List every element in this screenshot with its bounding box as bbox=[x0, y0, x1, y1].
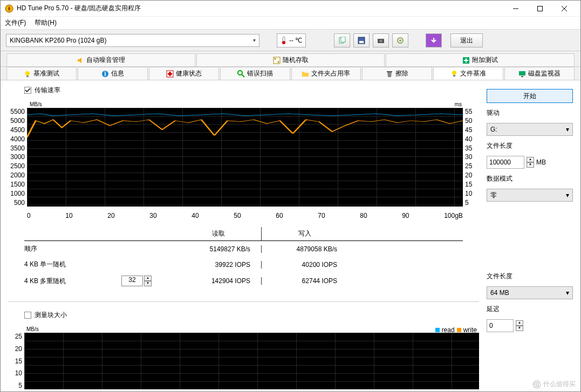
settings-button[interactable] bbox=[392, 33, 408, 47]
svg-rect-8 bbox=[341, 37, 345, 42]
table-row: 4 KB 单一随机 39922 IOPS 40200 IOPS bbox=[24, 257, 463, 272]
svg-rect-26 bbox=[387, 71, 392, 72]
drive-select-value: KINGBANK KP260 Pro (1024 gB) bbox=[10, 37, 106, 44]
filelen-input[interactable]: 100000 bbox=[487, 156, 524, 169]
window-title: HD Tune Pro 5.70 - 硬盘/固态硬盘实用程序 bbox=[17, 4, 503, 13]
tabs-lower: 基准测试 i信息 健康状态 错误扫描 文件夹占用率 擦除 文件基准 磁盘监视器 bbox=[1, 67, 580, 80]
minimize-button[interactable] bbox=[503, 1, 528, 16]
copy-button[interactable] bbox=[334, 33, 350, 47]
delay-input[interactable]: 0 bbox=[487, 319, 514, 332]
checkbox-checked-icon bbox=[24, 87, 31, 94]
tab-file-benchmark[interactable]: 文件基准 bbox=[433, 67, 503, 80]
spinner-up[interactable]: ▲ bbox=[144, 276, 152, 281]
health-icon bbox=[166, 70, 174, 78]
menu-file[interactable]: 文件(F) bbox=[5, 18, 26, 27]
svg-point-12 bbox=[380, 39, 382, 42]
content: 传输速率 MB/s ms 550050004500400035003000250… bbox=[1, 80, 580, 392]
camera-icon bbox=[377, 37, 385, 44]
y-axis-left: 5500500045004000350030002500200015001000… bbox=[8, 101, 27, 207]
tab-health[interactable]: 健康状态 bbox=[149, 67, 219, 80]
bulb-icon bbox=[450, 70, 458, 77]
transfer-rate-checkbox[interactable]: 传输速率 bbox=[24, 86, 479, 95]
tabs-upper: 自动噪音管理 随机存取 附加测试 bbox=[1, 51, 580, 67]
save-icon bbox=[358, 37, 365, 44]
menubar: 文件(F) 帮助(H) bbox=[1, 17, 580, 30]
spinner-down[interactable]: ▼ bbox=[144, 281, 152, 286]
start-button[interactable]: 开始 bbox=[487, 89, 573, 103]
svg-point-27 bbox=[452, 71, 456, 75]
filelen2-select[interactable]: 64 MB ▾ bbox=[487, 286, 573, 299]
svg-rect-15 bbox=[274, 57, 280, 64]
tab-disk-monitor[interactable]: 磁盘监视器 bbox=[504, 67, 575, 80]
filelen-label: 文件长度 bbox=[487, 141, 573, 150]
chart2-yaxis: 252015105 bbox=[8, 326, 24, 389]
tab-random-access[interactable]: 随机存取 bbox=[196, 53, 385, 66]
speaker-icon bbox=[77, 57, 84, 64]
tab-info[interactable]: i信息 bbox=[78, 67, 148, 80]
download-icon bbox=[430, 37, 438, 44]
tab-noise-management[interactable]: 自动噪音管理 bbox=[6, 53, 195, 66]
checkbox-unchecked-icon bbox=[24, 312, 31, 319]
drive-select[interactable]: KINGBANK KP260 Pro (1024 gB) ▾ bbox=[6, 34, 259, 47]
app-icon bbox=[5, 4, 13, 13]
svg-text:i: i bbox=[104, 70, 106, 78]
folder-icon bbox=[302, 70, 309, 78]
svg-rect-2 bbox=[537, 6, 542, 11]
titlebar: HD Tune Pro 5.70 - 硬盘/固态硬盘实用程序 bbox=[1, 1, 580, 17]
spinner-up[interactable]: ▲ bbox=[527, 157, 534, 162]
tab-error-scan[interactable]: 错误扫描 bbox=[220, 67, 290, 80]
table-row: 顺序 5149827 KB/s 4879058 KB/s bbox=[24, 241, 463, 257]
filelen2-label: 文件长度 bbox=[487, 272, 573, 281]
trash-icon bbox=[386, 70, 393, 78]
tab-benchmark[interactable]: 基准测试 bbox=[6, 67, 77, 80]
chart2-plot bbox=[24, 326, 479, 389]
blocksize-checkbox[interactable]: 测量块大小 bbox=[24, 311, 479, 320]
datamode-select[interactable]: 零 ▾ bbox=[487, 189, 573, 202]
svg-rect-29 bbox=[519, 71, 525, 75]
svg-rect-10 bbox=[359, 41, 364, 43]
x-axis: 0102030405060708090100gB bbox=[27, 212, 463, 219]
tab-erase[interactable]: 擦除 bbox=[362, 67, 432, 80]
queue-depth-input[interactable]: 32 bbox=[121, 276, 143, 286]
download-button[interactable] bbox=[426, 33, 442, 47]
bulb-icon bbox=[24, 70, 31, 78]
monitor-icon bbox=[518, 70, 526, 78]
svg-point-6 bbox=[282, 41, 285, 44]
spinner-up[interactable]: ▲ bbox=[516, 320, 523, 326]
spinner-down[interactable]: ▼ bbox=[516, 326, 523, 331]
svg-rect-28 bbox=[453, 75, 455, 77]
watermark: 值 什么值得买 bbox=[532, 380, 576, 389]
blocksize-chart: MB/s read write 252015105 bbox=[8, 326, 479, 389]
exit-button[interactable]: 退出 bbox=[450, 33, 483, 47]
chevron-down-icon: ▾ bbox=[566, 289, 569, 297]
watermark-icon: 值 bbox=[532, 380, 541, 389]
thermometer-icon bbox=[281, 36, 287, 45]
svg-rect-30 bbox=[521, 76, 523, 77]
results-table: 读取 写入 顺序 5149827 KB/s 4879058 KB/s 4 KB … bbox=[24, 227, 463, 290]
datamode-label: 数据模式 bbox=[487, 174, 573, 183]
spinner-down[interactable]: ▼ bbox=[527, 162, 534, 168]
y-axis-right: 555045403530252015105 bbox=[463, 101, 479, 207]
left-panel: 传输速率 MB/s ms 550050004500400035003000250… bbox=[8, 86, 479, 389]
maximize-button[interactable] bbox=[528, 1, 552, 16]
plus-icon bbox=[462, 57, 470, 64]
svg-point-17 bbox=[277, 61, 279, 63]
screenshot-button[interactable] bbox=[373, 33, 389, 47]
col-read: 读取 bbox=[175, 227, 262, 240]
dice-icon bbox=[273, 57, 281, 64]
svg-rect-32 bbox=[25, 312, 31, 319]
close-button[interactable] bbox=[552, 1, 576, 16]
save-button[interactable] bbox=[353, 33, 370, 47]
tab-folder-usage[interactable]: 文件夹占用率 bbox=[291, 67, 361, 80]
drive-letter-select[interactable]: G: ▾ bbox=[487, 123, 573, 136]
right-panel: 开始 驱动 G: ▾ 文件长度 100000 ▲▼ MB 数据模式 零 ▾ 文件… bbox=[487, 86, 573, 389]
svg-point-16 bbox=[274, 58, 276, 59]
transfer-chart: MB/s ms 55005000450040003500300025002000… bbox=[8, 101, 479, 207]
menu-help[interactable]: 帮助(H) bbox=[35, 18, 57, 27]
svg-point-19 bbox=[25, 71, 30, 75]
table-row: 4 KB 多重随机 32 ▲▼ 142904 IOPS 62744 IOPS bbox=[24, 272, 463, 290]
col-write: 写入 bbox=[262, 227, 348, 240]
chevron-down-icon: ▾ bbox=[566, 191, 569, 199]
tab-extra-tests[interactable]: 附加测试 bbox=[386, 53, 575, 66]
copy-icon bbox=[338, 37, 346, 44]
